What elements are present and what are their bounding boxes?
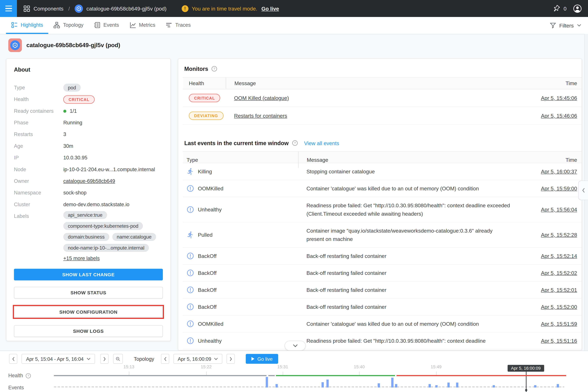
tick-label: 15:31 xyxy=(277,364,288,369)
view-all-events-link[interactable]: View all events xyxy=(304,140,339,146)
time-link[interactable]: Apr 5, 15:59:00 xyxy=(541,186,577,192)
time-link[interactable]: Apr 5, 15:46:06 xyxy=(541,113,577,119)
monitor-message-link[interactable]: OOM Killed (catalogue) xyxy=(234,95,289,101)
time-travel-banner: ! You are in time travel mode. Go live xyxy=(182,5,279,12)
event-message-cell: Container image "quay.io/stackstate/weav… xyxy=(298,222,518,247)
event-bar xyxy=(395,384,397,388)
tab-label: Events xyxy=(103,22,119,28)
event-type-label: Killing xyxy=(198,168,212,174)
event-time-cell: Apr 5, 15:56:04 xyxy=(518,197,582,222)
event-message-cell: Back-off restarting failed container xyxy=(298,282,518,298)
breadcrumb-section[interactable]: Components xyxy=(34,6,64,12)
field-label: Restarts xyxy=(14,132,63,137)
time-link[interactable]: Apr 5, 15:52:14 xyxy=(541,253,577,259)
time-link[interactable]: Apr 5, 15:52:00 xyxy=(541,304,577,310)
avatar[interactable] xyxy=(573,4,582,13)
event-message-cell: Stopping container catalogue xyxy=(298,163,518,180)
about-field-phase: PhaseRunning xyxy=(14,117,163,128)
field-label: Phase xyxy=(14,120,63,126)
time-link[interactable]: Apr 5, 15:52:01 xyxy=(541,287,577,293)
ready-containers-value: 1/1 xyxy=(63,108,77,114)
monitor-message-cell: OOM Killed (catalogue) xyxy=(226,89,518,107)
label-pill: api_service:true xyxy=(63,211,107,219)
monitor-row: DEVIATINGRestarts for containersApr 5, 1… xyxy=(183,107,582,125)
show-status-button[interactable]: SHOW STATUS xyxy=(14,287,163,298)
event-type-cell: Killing xyxy=(183,163,298,180)
event-time-cell: Apr 5, 15:52:00 xyxy=(518,298,582,315)
tab-metrics[interactable]: Metrics xyxy=(124,17,161,34)
tab-traces[interactable]: Traces xyxy=(161,17,196,34)
event-type-cell: OOMKilled xyxy=(183,316,298,332)
show-last-change-button[interactable]: SHOW LAST CHANGE xyxy=(14,269,163,280)
go-live-link[interactable]: Go live xyxy=(262,6,279,12)
more-labels-link[interactable]: +15 more labels xyxy=(63,256,168,261)
instant-next-button[interactable] xyxy=(226,354,235,364)
event-type-cell: Unhealthy xyxy=(183,332,298,349)
event-message-cell: Container 'catalogue' was killed due to … xyxy=(298,316,518,332)
pod-icon xyxy=(75,4,83,13)
show-configuration-button[interactable]: SHOW CONFIGURATION xyxy=(14,306,163,318)
monitor-health-cell: CRITICAL xyxy=(183,89,226,107)
expand-events-button[interactable] xyxy=(284,341,306,350)
about-card: About TypepodHealthCRITICALReady contain… xyxy=(6,58,171,341)
field-label: Namespace xyxy=(14,190,63,196)
chevron-down-icon xyxy=(577,24,581,27)
monitor-message-link[interactable]: Restarts for containers xyxy=(234,113,287,119)
event-row: UnhealthyReadiness probe failed: Get "ht… xyxy=(183,197,582,222)
filters-button[interactable]: Filters xyxy=(550,17,588,34)
time-link[interactable]: Apr 5, 16:00:37 xyxy=(541,168,577,174)
column-header-health: Health xyxy=(183,78,226,89)
help-icon[interactable]: ? xyxy=(212,66,217,72)
range-previous-button[interactable] xyxy=(9,354,18,364)
playhead-line[interactable] xyxy=(526,371,526,392)
tab-topology[interactable]: Topology xyxy=(48,17,89,34)
time-link[interactable]: Apr 5, 15:51:59 xyxy=(541,321,577,327)
instant-previous-button[interactable] xyxy=(161,354,169,364)
field-value: 30m xyxy=(63,143,73,149)
tab-bar: HighlightsTopologyEventsMetricsTraces Fi… xyxy=(0,17,588,34)
event-type-label: BackOff xyxy=(198,253,216,259)
event-bar xyxy=(378,383,380,388)
events-row-label: Events xyxy=(8,385,24,390)
collapse-panel-handle[interactable] xyxy=(578,180,588,200)
tab-label: Traces xyxy=(175,22,191,28)
events-title: Last events in the current time window xyxy=(184,140,289,146)
tab-events[interactable]: Events xyxy=(89,17,124,34)
time-link[interactable]: Apr 5, 15:51:16 xyxy=(541,338,577,344)
go-live-button[interactable]: Go live xyxy=(246,354,278,364)
time-link[interactable]: Apr 5, 15:52:28 xyxy=(541,232,577,238)
pin-icon[interactable] xyxy=(553,5,560,12)
value-text: 1/1 xyxy=(70,108,77,114)
highlight-annotation: SHOW CONFIGURATION xyxy=(13,305,164,319)
range-next-button[interactable] xyxy=(100,354,108,364)
event-type-cell: Unhealthy xyxy=(183,197,298,222)
tick-mark xyxy=(436,372,436,375)
breadcrumb-entity[interactable]: catalogue-69b58cb649-gjl5v (pod) xyxy=(86,6,166,12)
app: Components / catalogue-69b58cb649-gjl5v … xyxy=(0,0,588,392)
label-pill: component-type:kubernetes-pod xyxy=(63,222,143,230)
time-range-select[interactable]: Apr 5, 15:04 - Apr 5, 16:04 xyxy=(22,354,95,364)
time-link[interactable]: Apr 5, 15:52:02 xyxy=(541,270,577,276)
field-label: Owner xyxy=(14,178,63,184)
owner-link[interactable]: catalogue-69b58cb649 xyxy=(63,178,115,184)
event-type-label: Unhealthy xyxy=(198,206,222,212)
hamburger-menu-button[interactable] xyxy=(0,0,17,17)
event-row: PulledContainer image "quay.io/stackstat… xyxy=(183,222,582,248)
tab-highlights[interactable]: Highlights xyxy=(6,17,48,34)
event-type-label: BackOff xyxy=(198,287,216,293)
events-table-header: Type Message Time xyxy=(183,151,582,163)
help-icon[interactable]: ? xyxy=(292,140,298,146)
field-value: 10.0.30.95 xyxy=(63,155,87,160)
event-type-cell: OOMKilled xyxy=(183,180,298,197)
show-logs-button[interactable]: SHOW LOGS xyxy=(14,325,163,337)
health-segment xyxy=(54,375,266,376)
label-pill: name:catalogue xyxy=(112,233,156,241)
help-icon[interactable]: ? xyxy=(26,373,31,378)
topology-instant-select[interactable]: Apr 5, 16:00:09 xyxy=(174,354,222,364)
event-type-cell: Pulled xyxy=(183,222,298,247)
zoom-out-button[interactable] xyxy=(113,354,123,364)
about-field-cluster: Clusterdemo-dev.demo.stackstate.io xyxy=(14,199,163,210)
time-link[interactable]: Apr 5, 15:56:04 xyxy=(541,206,577,212)
svg-text:?: ? xyxy=(294,141,296,145)
time-link[interactable]: Apr 5, 15:45:06 xyxy=(541,95,577,101)
